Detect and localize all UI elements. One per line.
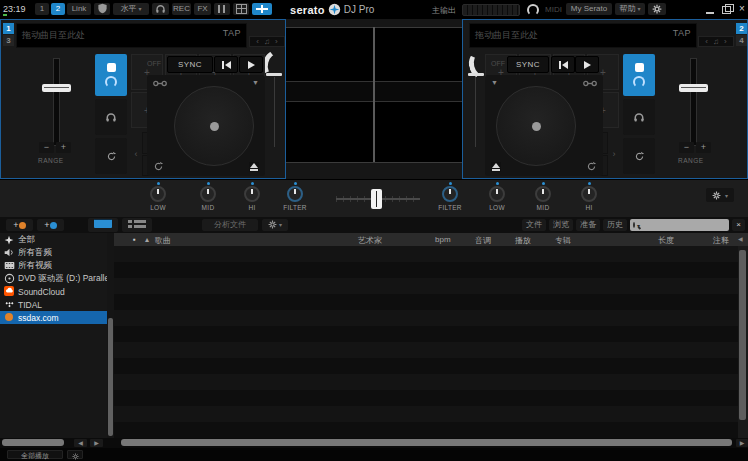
sidebar-item-all-audio[interactable]: 所有音频 <box>0 246 107 259</box>
cue-monitor-button[interactable] <box>623 99 655 135</box>
deck-number-badge[interactable]: 1 <box>3 23 14 34</box>
filter-knob-left[interactable]: FILTER <box>275 182 315 216</box>
settings-button[interactable] <box>648 3 666 15</box>
close-library-panel-button[interactable]: × <box>732 219 745 231</box>
range-plus-button[interactable]: + <box>56 142 71 153</box>
table-row[interactable] <box>114 374 748 390</box>
prev-icon[interactable]: ‹ <box>256 37 259 46</box>
collapse-columns-icon[interactable]: ◀ <box>738 235 743 242</box>
table-row[interactable] <box>114 358 748 374</box>
loop-prev-icon[interactable]: ‹ <box>131 132 141 176</box>
column-header-key[interactable]: 音调 <box>475 235 491 246</box>
eq-low-knob-right[interactable]: LOW <box>477 182 517 216</box>
practice-shield-button[interactable] <box>94 3 110 15</box>
table-scroll-right-button[interactable]: ▶ <box>736 439 748 447</box>
table-row[interactable] <box>114 310 748 326</box>
mixer-settings-button[interactable]: ▾ <box>706 188 734 202</box>
browse-button[interactable]: 浏览 <box>549 219 573 231</box>
eq-mid-knob-left[interactable]: MID <box>188 182 228 216</box>
table-row[interactable] <box>114 326 748 342</box>
link-button[interactable]: Link <box>67 3 91 15</box>
platter-rotate-icon[interactable] <box>586 161 597 172</box>
sidebar-item-all[interactable]: 全部 <box>0 233 107 246</box>
add-crate-button[interactable]: + <box>6 219 33 231</box>
sampler-panel-button[interactable] <box>214 3 230 15</box>
waveform-display[interactable] <box>286 19 462 179</box>
eject-button[interactable] <box>249 162 259 172</box>
column-header-artist[interactable]: 艺术家 <box>358 235 382 246</box>
sidebar-item-tidal[interactable]: TIDAL <box>0 298 107 311</box>
prepare-button[interactable]: 准备 <box>576 219 600 231</box>
range-plus-button[interactable]: + <box>696 142 711 153</box>
minimize-button[interactable] <box>702 0 717 18</box>
track-title-bar[interactable]: 拖动曲目至此处 TAP <box>469 23 697 48</box>
restore-button[interactable] <box>719 0 734 18</box>
pads-panel-button[interactable] <box>233 3 249 15</box>
fx-button[interactable]: FX <box>194 3 211 15</box>
crossfader-handle[interactable] <box>371 189 382 209</box>
filter-triangle-icon[interactable]: ▼ <box>491 78 498 88</box>
scroll-left-button[interactable]: ◀ <box>74 439 87 447</box>
loop-next-icon[interactable]: › <box>609 132 619 176</box>
tempo-fader-track[interactable] <box>690 58 697 146</box>
table-row[interactable] <box>114 406 748 422</box>
column-header-length[interactable]: 长度 <box>658 235 674 246</box>
scrollbar-thumb[interactable] <box>108 318 113 436</box>
filter-knob-right[interactable]: FILTER <box>430 182 470 216</box>
tap-button[interactable]: TAP <box>223 28 241 38</box>
column-header-song[interactable]: 歌曲 <box>155 235 171 246</box>
sync-button[interactable]: SYNC <box>167 56 213 73</box>
keylock-icon[interactable] <box>153 80 167 87</box>
display-mode-dropdown[interactable]: 水平▾ <box>113 3 149 15</box>
jog-wheel[interactable] <box>174 86 254 166</box>
tempo-fader-track[interactable] <box>53 58 60 146</box>
column-header-comment[interactable]: 注释 <box>713 235 729 246</box>
range-minus-button[interactable]: − <box>39 142 54 153</box>
eject-button[interactable] <box>491 162 501 172</box>
deck-select-2-button[interactable]: 2 <box>51 3 65 15</box>
eq-hi-knob-right[interactable]: HI <box>569 182 609 216</box>
deck-layer-badge[interactable]: 3 <box>3 35 14 46</box>
tempo-fader-handle[interactable] <box>679 84 708 92</box>
eq-mid-knob-right[interactable]: MID <box>523 182 563 216</box>
sync-off-label[interactable]: OFF <box>147 60 161 67</box>
sidebar-hscroll-thumb[interactable] <box>2 439 64 446</box>
help-dropdown[interactable]: 帮助▾ <box>615 3 645 15</box>
table-vertical-scrollbar[interactable] <box>738 246 748 438</box>
pitch-mini-slider[interactable] <box>266 73 282 76</box>
sort-icon[interactable]: ▴ <box>145 235 149 244</box>
playback-mode-button[interactable]: 全部播放 <box>7 450 63 459</box>
cue-previous-button[interactable] <box>214 56 238 73</box>
analyze-settings-button[interactable]: ▾ <box>262 219 288 231</box>
eq-low-knob-left[interactable]: LOW <box>138 182 178 216</box>
add-smart-crate-button[interactable]: + <box>37 219 64 231</box>
table-row[interactable] <box>114 294 748 310</box>
column-header-album[interactable]: 专辑 <box>555 235 571 246</box>
range-minus-button[interactable]: − <box>679 142 694 153</box>
analyze-files-button[interactable]: 分析文件 <box>202 219 258 231</box>
deck-number-badge[interactable]: 2 <box>736 23 747 34</box>
scrollbar-thumb[interactable] <box>739 250 746 420</box>
column-header-plays[interactable]: 播放 <box>515 235 531 246</box>
rec-button[interactable]: REC <box>172 3 191 15</box>
my-serato-button[interactable]: My Serato <box>566 3 612 15</box>
filter-triangle-icon[interactable]: ▼ <box>252 78 259 88</box>
hotcue-mode-button[interactable] <box>95 54 127 96</box>
close-button[interactable]: × <box>736 0 748 18</box>
table-row[interactable] <box>114 342 748 358</box>
list-view-button[interactable] <box>88 218 118 232</box>
table-hscroll-thumb[interactable] <box>121 439 732 446</box>
deck-layer-badge[interactable]: 4 <box>736 35 747 46</box>
sidebar-item-ssdax-crate[interactable]: ssdax.com <box>0 311 107 324</box>
row-marker-icon[interactable]: ▪ <box>133 235 136 244</box>
cue-previous-button[interactable] <box>551 56 575 73</box>
jog-wheel[interactable] <box>496 86 576 166</box>
keylock-icon[interactable] <box>583 80 597 87</box>
track-nav[interactable]: ‹ ♫ › <box>698 36 734 47</box>
status-settings-button[interactable] <box>67 450 83 459</box>
pitch-mini-slider[interactable] <box>468 73 484 76</box>
sync-off-label[interactable]: OFF <box>491 60 505 67</box>
platter-rotate-icon[interactable] <box>153 161 164 172</box>
eq-hi-knob-left[interactable]: HI <box>232 182 272 216</box>
next-icon[interactable]: › <box>275 37 278 46</box>
